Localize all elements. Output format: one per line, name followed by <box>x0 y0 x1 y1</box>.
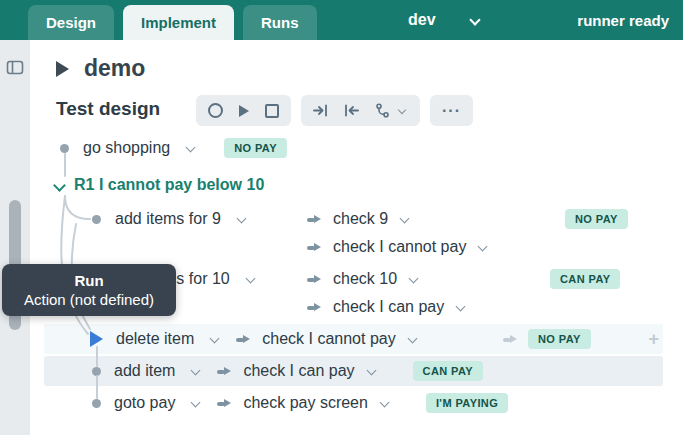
chevron-down-icon[interactable] <box>191 367 201 375</box>
tree-row-add-item[interactable]: add item check I can pay CAN PAY <box>44 356 663 386</box>
chevron-down-icon[interactable] <box>367 367 377 375</box>
status-badge: CAN PAY <box>550 269 620 289</box>
section-title: Test design <box>56 98 160 120</box>
chevron-down-icon[interactable] <box>380 399 390 407</box>
tab-design[interactable]: Design <box>28 5 114 40</box>
arrow-right-icon <box>236 333 250 345</box>
branch-mode-button[interactable] <box>375 103 408 118</box>
arrow-right-icon <box>307 273 321 285</box>
chevron-down-icon[interactable] <box>408 335 418 343</box>
run-tooltip: Run Action (not defined) <box>2 264 176 316</box>
node-dot <box>92 215 101 224</box>
step-label: goto pay <box>114 394 175 412</box>
stop-button[interactable] <box>265 104 279 118</box>
run-controls-group <box>196 95 291 126</box>
status-badge: I'M PAYING <box>426 393 508 413</box>
tree-row-check-i-cannot-pay[interactable]: check I cannot pay <box>44 232 663 262</box>
check-step: check 9 <box>307 204 410 234</box>
check-step: check I can pay <box>307 292 466 322</box>
arrow-right-icon <box>307 241 321 253</box>
tree-row-add-items-for-9[interactable]: add items for 9 check 9 NO PAY <box>44 204 663 234</box>
tab-bar: Design Implement Runs <box>28 5 317 40</box>
tab-implement[interactable]: Implement <box>123 5 234 40</box>
play-icon <box>239 105 249 117</box>
chevron-down-icon[interactable] <box>246 275 256 283</box>
branch-icon <box>375 103 390 118</box>
chevron-down-icon[interactable] <box>470 16 480 24</box>
skip-to-end-icon <box>313 104 328 117</box>
environment-label: dev <box>408 11 436 29</box>
chevron-down-icon <box>398 107 408 115</box>
status-badge: NO PAY <box>224 138 287 158</box>
stop-icon <box>265 104 279 118</box>
arrow-right-outline-icon <box>503 333 517 345</box>
toolbar: ··· <box>196 95 473 126</box>
chevron-down-icon[interactable] <box>409 275 419 283</box>
collapse-panel-icon[interactable] <box>6 60 24 79</box>
add-step-button[interactable]: + <box>648 329 659 350</box>
status-badge: CAN PAY <box>413 361 483 381</box>
left-sidebar <box>0 40 30 435</box>
run-cursor-play-icon[interactable] <box>90 331 103 347</box>
check-step: check 10 <box>307 264 419 294</box>
step-label: add item <box>114 362 175 380</box>
chevron-down-icon[interactable] <box>210 335 220 343</box>
check-label: check pay screen <box>243 394 368 412</box>
step-label: add items for 9 <box>115 210 221 228</box>
app-header: Design Implement Runs dev runner ready <box>0 0 683 40</box>
skip-to-end-button[interactable] <box>313 104 328 117</box>
tab-runs[interactable]: Runs <box>243 5 317 40</box>
play-icon <box>56 61 69 77</box>
arrow-right-icon <box>217 397 231 409</box>
chevron-down-icon[interactable] <box>191 399 201 407</box>
tree-row-delete-item[interactable]: delete item check I cannot pay NO PAY + <box>44 324 663 354</box>
app-window: Design Implement Runs dev runner ready d… <box>0 0 683 435</box>
tree-row-goto-pay[interactable]: goto pay check pay screen I'M PAYING <box>44 388 663 418</box>
chevron-down-icon[interactable] <box>237 215 247 223</box>
more-options-button[interactable]: ··· <box>430 95 473 126</box>
check-label: check I can pay <box>333 298 444 316</box>
tooltip-subtitle: Action (not defined) <box>24 291 154 308</box>
check-label: check I cannot pay <box>333 238 466 256</box>
node-dot <box>92 367 101 376</box>
step-label: go shopping <box>83 139 170 157</box>
step-controls-group <box>301 95 420 126</box>
page-title: demo <box>84 55 145 82</box>
record-button[interactable] <box>208 103 223 118</box>
arrow-right-icon <box>307 213 321 225</box>
node-dot <box>60 144 69 153</box>
check-label: check I can pay <box>243 362 354 380</box>
tree-row-group-r1[interactable]: R1 I cannot pay below 10 <box>44 170 663 200</box>
check-label: check I cannot pay <box>262 330 395 348</box>
tooltip-title: Run <box>74 272 103 289</box>
model-title: demo <box>56 55 145 82</box>
play-button[interactable] <box>239 105 249 117</box>
arrow-right-icon <box>307 301 321 313</box>
skip-to-start-button[interactable] <box>344 104 359 117</box>
runner-status: runner ready <box>577 0 669 40</box>
group-label: R1 I cannot pay below 10 <box>74 176 264 194</box>
chevron-down-icon[interactable] <box>400 215 410 223</box>
step-label: delete item <box>116 330 194 348</box>
chevron-down-icon[interactable] <box>478 243 488 251</box>
check-step: check I cannot pay <box>307 232 488 262</box>
environment-selector[interactable]: dev <box>408 0 480 40</box>
circle-icon <box>208 103 223 118</box>
status-badge: NO PAY <box>528 329 591 349</box>
chevron-down-icon[interactable] <box>456 303 466 311</box>
check-label: check 9 <box>333 210 388 228</box>
arrow-right-icon <box>217 365 231 377</box>
skip-to-start-icon <box>344 104 359 117</box>
chevron-down-icon[interactable] <box>186 144 196 152</box>
tree-row-go-shopping[interactable]: go shopping NO PAY <box>44 133 663 163</box>
collapse-group-icon[interactable] <box>54 181 64 189</box>
node-dot <box>92 399 101 408</box>
status-badge: NO PAY <box>565 209 628 229</box>
check-label: check 10 <box>333 270 397 288</box>
